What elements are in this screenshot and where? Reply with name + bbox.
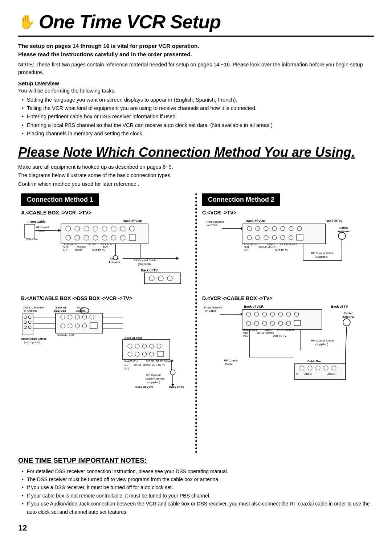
page-number: 12 xyxy=(18,523,374,533)
bullet-item: Placing channels in memory and setting t… xyxy=(22,130,374,138)
svg-text:Back of VCR: Back of VCR xyxy=(123,219,143,223)
svg-text:RF FROM ANT.: RF FROM ANT. xyxy=(277,329,295,331)
svg-point-164 xyxy=(270,321,275,325)
svg-text:R-AUDIO1-L: R-AUDIO1-L xyxy=(64,243,78,246)
svg-text:VIDEO: VIDEO xyxy=(88,243,96,246)
method2-box: Connection Method 2 xyxy=(202,193,280,206)
svg-point-45 xyxy=(149,276,154,281)
svg-point-120 xyxy=(264,226,268,231)
svg-point-14 xyxy=(111,226,116,231)
svg-point-76 xyxy=(82,324,87,328)
svg-point-12 xyxy=(93,226,98,231)
method2-column: Connection Method 2 C.<VCR ->TV> From An… xyxy=(199,193,374,401)
svg-text:R-AUDIO1-L: R-AUDIO1-L xyxy=(124,360,139,363)
svg-point-162 xyxy=(254,321,259,325)
svg-point-23 xyxy=(120,235,125,240)
svg-point-56 xyxy=(28,326,31,329)
svg-rect-167 xyxy=(294,320,301,325)
svg-text:Cable: Cable xyxy=(225,363,233,366)
bold-intro: The setup on pages 14 through 16 is vita… xyxy=(18,42,374,59)
svg-text:or Antenna: or Antenna xyxy=(24,309,37,312)
svg-point-21 xyxy=(102,235,107,240)
svg-point-142 xyxy=(338,232,346,239)
svg-point-9 xyxy=(66,226,71,231)
svg-text:Cable: Cable xyxy=(38,229,45,232)
svg-text:RF Coaxial Cable: RF Coaxial Cable xyxy=(311,251,334,255)
svg-point-86 xyxy=(128,344,132,348)
svg-text:Cable Box: Cable Box xyxy=(307,360,322,363)
setup-overview-title: Setup Overview xyxy=(18,80,374,86)
svg-point-125 xyxy=(247,236,252,240)
notes-item: The DSS receiver must be turned off to v… xyxy=(22,475,374,483)
diagram-d-label: D.<VCR ->CABLE BOX ->TV> xyxy=(202,295,371,301)
diagram-d: D.<VCR ->CABLE BOX ->TV> From Antenna or… xyxy=(202,295,371,395)
svg-point-46 xyxy=(158,276,163,281)
svg-text:From Antenna: From Antenna xyxy=(204,306,222,309)
svg-point-88 xyxy=(142,344,147,348)
svg-point-159 xyxy=(286,312,291,316)
svg-text:OUT: OUT xyxy=(63,246,69,249)
svg-point-18 xyxy=(75,235,80,240)
diagram-a-svg: From Cable Cable Box RF Coaxial Cable Ba… xyxy=(21,218,190,285)
method1-box: Connection Method 1 xyxy=(21,193,99,206)
bullet-item: Setting the language you want on-screen … xyxy=(22,96,374,104)
diagram-a-label: A.<CABLE BOX ->VCR ->TV> xyxy=(21,210,190,216)
setup-overview-desc: You will be performing the following tas… xyxy=(18,88,374,94)
svg-point-71 xyxy=(82,315,87,319)
svg-point-47 xyxy=(167,276,172,281)
svg-point-190 xyxy=(316,366,320,370)
svg-text:WF-MF MONO: WF-MF MONO xyxy=(134,364,151,366)
svg-point-165 xyxy=(278,321,283,325)
notes-item: If you use Audio/Video Jack connection b… xyxy=(22,500,374,516)
svg-marker-4 xyxy=(58,229,61,232)
svg-rect-131 xyxy=(297,235,303,240)
svg-text:(supplied): (supplied) xyxy=(315,343,328,346)
svg-text:Cable Box: Cable Box xyxy=(26,238,38,241)
svg-line-197 xyxy=(346,327,347,352)
svg-point-13 xyxy=(102,226,107,231)
svg-text:OUT: OUT xyxy=(244,246,250,249)
svg-point-51 xyxy=(24,316,27,319)
svg-point-192 xyxy=(332,366,336,370)
svg-text:OUT TO TV: OUT TO TV xyxy=(152,364,165,366)
svg-text:Back of TV: Back of TV xyxy=(141,269,158,272)
svg-text:R-AUDIO1-L: R-AUDIO1-L xyxy=(243,329,258,331)
svg-point-166 xyxy=(286,321,291,325)
svg-point-122 xyxy=(281,226,285,231)
svg-text:Back of VCR: Back of VCR xyxy=(135,385,153,389)
svg-point-191 xyxy=(324,366,328,370)
bullet-item: Entering a local PBS channel so that the… xyxy=(22,121,374,130)
svg-point-163 xyxy=(262,321,267,325)
svg-text:Back of TV: Back of TV xyxy=(169,385,184,389)
svg-rect-77 xyxy=(90,323,97,328)
svg-rect-24 xyxy=(129,235,136,241)
svg-text:Back of VCR: Back of VCR xyxy=(244,305,264,308)
svg-point-128 xyxy=(272,236,277,240)
svg-point-10 xyxy=(75,226,80,231)
svg-text:Back of VCR: Back of VCR xyxy=(124,336,142,340)
svg-point-158 xyxy=(278,312,283,316)
bullet-item: Telling the VCR what kind of equipment y… xyxy=(22,104,374,112)
svg-text:From Cable: From Cable xyxy=(28,220,46,224)
svg-marker-42 xyxy=(176,257,179,260)
svg-point-119 xyxy=(256,226,260,231)
svg-text:OUT TO TV: OUT TO TV xyxy=(273,335,286,337)
svg-point-11 xyxy=(84,226,89,231)
svg-rect-95 xyxy=(157,351,164,356)
svg-text:Cable/: Cable/ xyxy=(339,226,348,229)
svg-text:VIDEO: VIDEO xyxy=(146,360,154,363)
svg-text:Cable/: Cable/ xyxy=(344,312,353,315)
page-title-area: ✋ One Time VCR Setup xyxy=(18,11,374,37)
svg-text:VIDEO: VIDEO xyxy=(304,373,312,375)
svg-point-73 xyxy=(61,324,65,328)
svg-text:R-AUDIO1-L: R-AUDIO1-L xyxy=(244,243,258,246)
svg-text:VIDEO: VIDEO xyxy=(267,243,275,246)
svg-text:OUT TO TV: OUT TO TV xyxy=(92,249,105,251)
svg-text:Back of: Back of xyxy=(56,306,66,309)
diagram-b: B.<ANT/CABLE BOX ->DSS BOX ->VCR ->TV> C… xyxy=(21,295,190,395)
svg-text:or Cable: or Cable xyxy=(205,309,216,312)
notes-item: For detailed DSS receiver connection ins… xyxy=(22,467,374,475)
diagram-b-label: B.<ANT/CABLE BOX ->DSS BOX ->VCR ->TV> xyxy=(21,295,190,301)
diagram-a: A.<CABLE BOX ->VCR ->TV> From Cable Cabl… xyxy=(21,210,190,290)
svg-point-90 xyxy=(157,344,161,348)
